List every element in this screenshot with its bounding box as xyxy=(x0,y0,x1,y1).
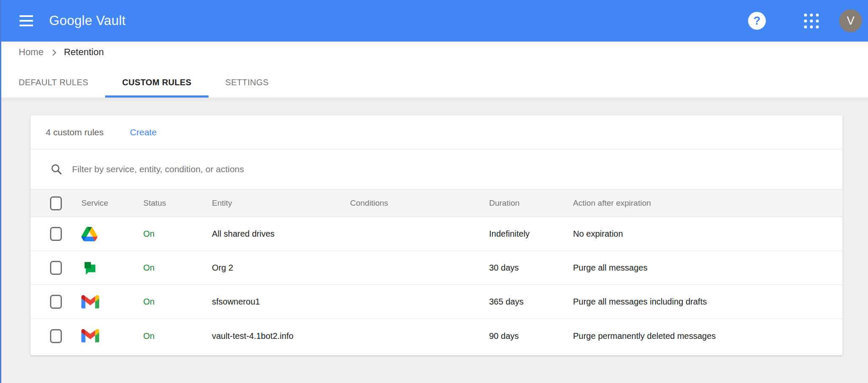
help-icon[interactable]: ? xyxy=(748,12,766,30)
status-badge: On xyxy=(143,297,212,307)
duration-cell: 365 days xyxy=(489,297,573,307)
app-title: Google Vault xyxy=(49,13,126,28)
select-all-checkbox[interactable] xyxy=(50,196,62,210)
chat-icon xyxy=(81,260,97,276)
column-header-entity[interactable]: Entity xyxy=(212,198,350,208)
card-header: 4 custom rules Create xyxy=(31,115,843,149)
entity-cell: sfsownerou1 xyxy=(212,297,350,307)
column-header-conditions[interactable]: Conditions xyxy=(350,198,489,208)
table-header-row: Service Status Entity Conditions Duratio… xyxy=(31,190,843,217)
action-cell: Purge permanently deleted messages xyxy=(573,331,843,341)
table-row[interactable]: On All shared drives Indefinitely No exp… xyxy=(31,217,843,251)
table-body: On All shared drives Indefinitely No exp… xyxy=(31,217,843,353)
row-checkbox[interactable] xyxy=(50,261,62,275)
tabs-bar: DEFAULT RULES CUSTOM RULES SETTINGS xyxy=(0,63,868,98)
status-badge: On xyxy=(143,331,212,341)
action-cell: No expiration xyxy=(573,229,843,239)
row-checkbox[interactable] xyxy=(50,329,62,343)
window-edge-highlight xyxy=(0,0,1,383)
apps-grid-icon[interactable] xyxy=(804,14,819,28)
breadcrumb: Home Retention xyxy=(0,42,868,63)
custom-rules-card: 4 custom rules Create Service Status Ent… xyxy=(31,115,843,355)
column-header-service[interactable]: Service xyxy=(81,198,143,208)
action-cell: Purge all messages including drafts xyxy=(573,297,843,307)
filter-bar xyxy=(31,149,843,190)
tab-default-rules[interactable]: DEFAULT RULES xyxy=(2,78,105,98)
row-checkbox[interactable] xyxy=(50,227,62,241)
duration-cell: 30 days xyxy=(489,263,573,273)
table-row[interactable]: On vault-test-4.1bot2.info 90 days Purge… xyxy=(31,319,843,353)
action-cell: Purge all messages xyxy=(573,263,843,273)
content-area: 4 custom rules Create Service Status Ent… xyxy=(0,98,868,383)
row-checkbox[interactable] xyxy=(50,295,62,309)
chevron-right-icon xyxy=(50,48,59,57)
entity-cell: All shared drives xyxy=(212,229,350,239)
table-row[interactable]: On sfsownerou1 365 days Purge all messag… xyxy=(31,285,843,319)
gmail-icon xyxy=(81,329,99,343)
app-bar: Google Vault ? V xyxy=(0,0,868,42)
drive-icon xyxy=(81,227,97,241)
duration-cell: Indefinitely xyxy=(489,229,573,239)
tab-custom-rules[interactable]: CUSTOM RULES xyxy=(105,78,208,98)
column-header-duration[interactable]: Duration xyxy=(489,198,573,208)
status-badge: On xyxy=(143,263,212,273)
duration-cell: 90 days xyxy=(489,331,573,341)
avatar[interactable]: V xyxy=(839,9,862,32)
status-badge: On xyxy=(143,229,212,239)
breadcrumb-home-link[interactable]: Home xyxy=(19,47,44,58)
filter-input[interactable] xyxy=(72,164,843,174)
tab-settings[interactable]: SETTINGS xyxy=(209,78,286,98)
entity-cell: vault-test-4.1bot2.info xyxy=(212,331,350,341)
breadcrumb-current: Retention xyxy=(64,47,104,58)
hamburger-menu-icon[interactable] xyxy=(19,15,33,26)
create-rule-button[interactable]: Create xyxy=(130,127,157,137)
column-header-action[interactable]: Action after expiration xyxy=(573,198,843,208)
entity-cell: Org 2 xyxy=(212,263,350,273)
table-row[interactable]: On Org 2 30 days Purge all messages xyxy=(31,251,843,285)
rule-count-label: 4 custom rules xyxy=(46,127,104,137)
gmail-icon xyxy=(81,295,99,309)
search-icon xyxy=(50,163,63,176)
column-header-status[interactable]: Status xyxy=(143,198,212,208)
